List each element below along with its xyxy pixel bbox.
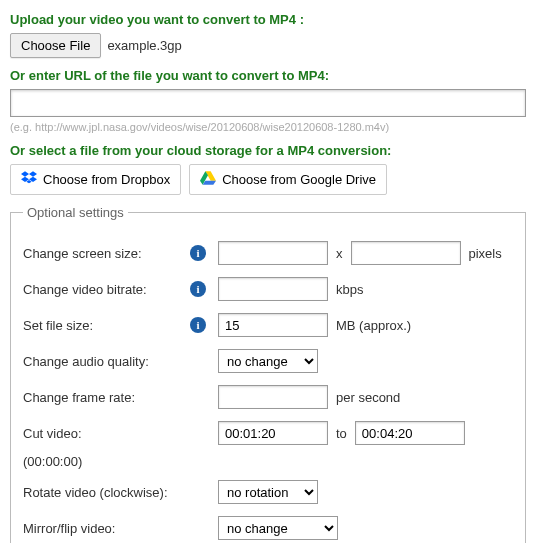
info-icon[interactable]: i (190, 317, 206, 333)
optional-settings-legend: Optional settings (23, 205, 128, 220)
gdrive-icon (200, 170, 216, 189)
url-hint: (e.g. http://www.jpl.nasa.gov/videos/wis… (10, 121, 526, 133)
audio-quality-row: Change audio quality: no change (23, 348, 513, 374)
url-input[interactable] (10, 89, 526, 117)
upload-heading: Upload your video you want to convert to… (10, 12, 526, 27)
bitrate-input[interactable] (218, 277, 328, 301)
file-picker-row: Choose File example.3gp (10, 33, 526, 58)
info-icon[interactable]: i (190, 281, 206, 297)
bitrate-label: Change video bitrate: (23, 282, 147, 297)
bitrate-row: Change video bitrate: i kbps (23, 276, 513, 302)
info-icon[interactable]: i (190, 245, 206, 261)
frame-rate-label: Change frame rate: (23, 390, 135, 405)
mirror-select[interactable]: no change (218, 516, 338, 540)
audio-quality-select[interactable]: no change (218, 349, 318, 373)
svg-text:i: i (196, 319, 199, 331)
cut-video-row: Cut video: to (23, 420, 513, 446)
screen-height-input[interactable] (351, 241, 461, 265)
audio-quality-label: Change audio quality: (23, 354, 149, 369)
svg-text:i: i (196, 247, 199, 259)
bitrate-unit: kbps (336, 282, 363, 297)
screen-size-row: Change screen size: i x pixels (23, 240, 513, 266)
filesize-row: Set file size: i MB (approx.) (23, 312, 513, 338)
url-heading: Or enter URL of the file you want to con… (10, 68, 526, 83)
cut-from-input[interactable] (218, 421, 328, 445)
cloud-heading: Or select a file from your cloud storage… (10, 143, 526, 158)
choose-file-button[interactable]: Choose File (10, 33, 101, 58)
frame-rate-row: Change frame rate: per second (23, 384, 513, 410)
cut-video-label: Cut video: (23, 426, 82, 441)
dropbox-button-label: Choose from Dropbox (43, 172, 170, 187)
filesize-unit: MB (approx.) (336, 318, 411, 333)
selected-filename: example.3gp (107, 38, 181, 53)
gdrive-button-label: Choose from Google Drive (222, 172, 376, 187)
mirror-row: Mirror/flip video: no change (23, 515, 513, 541)
screen-size-unit: pixels (469, 246, 502, 261)
filesize-label: Set file size: (23, 318, 93, 333)
screen-width-input[interactable] (218, 241, 328, 265)
screen-size-label: Change screen size: (23, 246, 142, 261)
cut-to-input[interactable] (355, 421, 465, 445)
rotate-label: Rotate video (clockwise): (23, 485, 168, 500)
cut-to-label: to (336, 426, 347, 441)
cut-format-note: (00:00:00) (23, 454, 513, 469)
optional-settings-fieldset: Optional settings Change screen size: i … (10, 205, 526, 543)
rotate-row: Rotate video (clockwise): no rotation (23, 479, 513, 505)
frame-rate-input[interactable] (218, 385, 328, 409)
screen-size-x: x (336, 246, 343, 261)
gdrive-button[interactable]: Choose from Google Drive (189, 164, 387, 195)
dropbox-icon (21, 170, 37, 189)
cloud-buttons-row: Choose from Dropbox Choose from Google D… (10, 164, 526, 195)
frame-rate-unit: per second (336, 390, 400, 405)
dropbox-button[interactable]: Choose from Dropbox (10, 164, 181, 195)
mirror-label: Mirror/flip video: (23, 521, 115, 536)
svg-text:i: i (196, 283, 199, 295)
filesize-input[interactable] (218, 313, 328, 337)
rotate-select[interactable]: no rotation (218, 480, 318, 504)
